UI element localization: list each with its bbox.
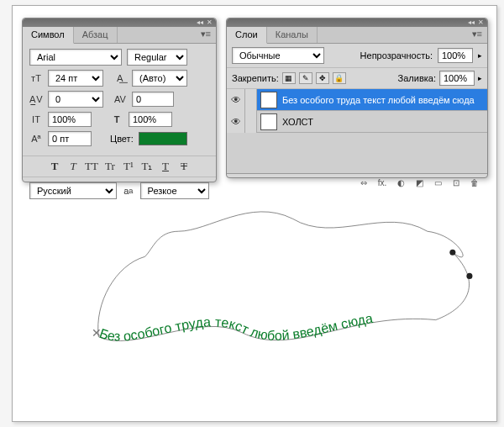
style-allcaps[interactable]: TT	[85, 160, 98, 173]
fill-label: Заливка:	[398, 73, 436, 83]
style-superscript[interactable]: T¹	[122, 160, 135, 173]
collapse-icon[interactable]: ◂◂	[197, 19, 203, 26]
leading-select[interactable]: (Авто)	[132, 70, 187, 87]
anchor-point[interactable]	[449, 250, 455, 256]
lock-all-icon[interactable]: 🔒	[333, 72, 346, 84]
layer-thumb-blank	[260, 113, 277, 130]
blend-mode-select[interactable]: Обычные	[232, 47, 324, 64]
lock-position-icon[interactable]: ✥	[316, 72, 329, 84]
style-buttons-row: T T TT Tr T¹ T₁ T Ŧ	[23, 156, 216, 177]
leading-icon: A͟	[113, 71, 127, 85]
close-icon[interactable]: ✕	[478, 19, 484, 26]
hscale-icon: T	[110, 113, 123, 126]
fill-flyout-icon[interactable]: ▸	[478, 74, 482, 82]
panel-titlebar: ◂◂ ✕	[227, 18, 487, 27]
baseline-input[interactable]	[48, 131, 92, 146]
font-family-select[interactable]: Arial	[29, 49, 122, 66]
text-color-swatch[interactable]	[139, 132, 187, 145]
kerning-icon: A̲V	[29, 92, 43, 106]
font-size-icon: тТ	[29, 71, 43, 85]
opacity-label: Непрозрачность:	[360, 50, 433, 61]
tab-symbol[interactable]: Символ	[23, 27, 74, 44]
layer-row-text[interactable]: 👁 T Без особого труда текст любой введём…	[227, 89, 487, 111]
layers-panel: ◂◂ ✕ Слои Каналы ▾≡ Обычные Непрозрачнос…	[226, 18, 488, 178]
collapse-icon[interactable]: ◂◂	[468, 19, 475, 26]
canvas-area[interactable]: ✕ Без особого труда текст любой введём с…	[13, 185, 496, 421]
char-tabs: Символ Абзац ▾≡	[23, 27, 216, 44]
path-shape[interactable]	[98, 212, 470, 341]
tab-paragraph[interactable]: Абзац	[74, 27, 118, 43]
style-strike[interactable]: Ŧ	[177, 160, 191, 173]
layer-thumb-text: T	[260, 92, 277, 108]
path-text[interactable]: Без особого труда текст любой введём сюд…	[97, 310, 374, 344]
panel-menu-icon[interactable]: ▾≡	[467, 27, 487, 43]
tab-layers[interactable]: Слои	[227, 27, 267, 44]
visibility-icon[interactable]: 👁	[227, 89, 245, 111]
style-subscript[interactable]: T₁	[140, 160, 154, 173]
lock-pixels-icon[interactable]: ✎	[299, 72, 312, 84]
layers-tabs: Слои Каналы ▾≡	[227, 27, 487, 44]
tracking-input[interactable]	[132, 92, 174, 107]
vscale-icon: IT	[29, 113, 43, 126]
baseline-icon: Aª	[29, 132, 43, 145]
link-col	[245, 89, 257, 111]
link-col	[245, 111, 257, 133]
opacity-flyout-icon[interactable]: ▸	[478, 51, 482, 60]
layer-name[interactable]: Без особого труда текст любой введём сюд…	[281, 95, 475, 105]
anchor-point[interactable]	[466, 273, 472, 279]
visibility-icon[interactable]: 👁	[227, 111, 245, 133]
hscale-input[interactable]	[129, 112, 172, 127]
tracking-icon: A͏V	[113, 92, 127, 106]
opacity-input[interactable]	[438, 48, 473, 63]
lock-label: Закрепить:	[232, 73, 279, 83]
tab-channels[interactable]: Каналы	[267, 27, 318, 43]
style-smallcaps[interactable]: Tr	[103, 160, 117, 173]
layer-row-canvas[interactable]: 👁 ХОЛСТ	[227, 111, 487, 133]
lock-transparency-icon[interactable]: ▦	[282, 72, 296, 84]
fill-input[interactable]	[439, 71, 475, 86]
style-italic[interactable]: T	[66, 160, 80, 173]
layer-list: 👁 T Без особого труда текст любой введём…	[227, 89, 487, 173]
style-underline[interactable]: T	[159, 160, 172, 173]
style-bold[interactable]: T	[48, 160, 61, 173]
kerning-select[interactable]: 0	[48, 91, 103, 108]
font-size-select[interactable]: 24 пт	[48, 70, 103, 87]
panel-menu-icon[interactable]: ▾≡	[196, 27, 216, 43]
font-style-select[interactable]: Regular	[127, 49, 187, 66]
character-panel: ◂◂ ✕ Символ Абзац ▾≡ Arial Regular тТ 24…	[22, 18, 217, 182]
layer-name[interactable]: ХОЛСТ	[281, 117, 313, 127]
panel-titlebar: ◂◂ ✕	[23, 18, 216, 27]
color-label: Цвет:	[110, 134, 134, 144]
close-icon[interactable]: ✕	[207, 19, 213, 26]
vscale-input[interactable]	[48, 112, 92, 127]
